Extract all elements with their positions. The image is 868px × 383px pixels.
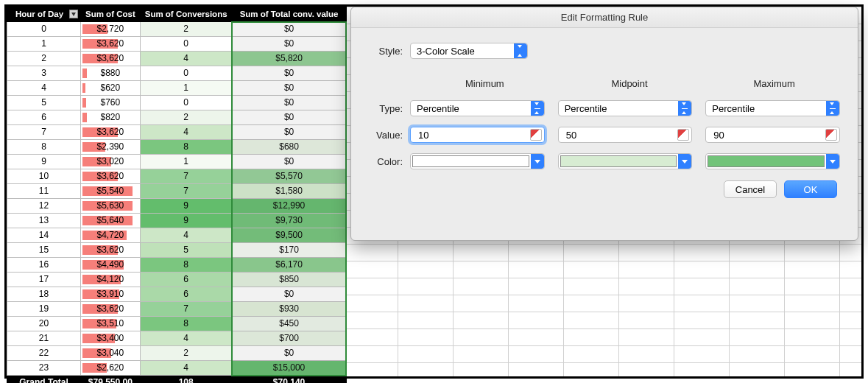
cell-cost[interactable]: $880 <box>81 66 141 81</box>
cell-total-conv-value[interactable]: $930 <box>232 302 346 317</box>
cell-cost[interactable]: $3,620 <box>81 37 141 52</box>
cell-conversions[interactable]: 4 <box>140 331 232 346</box>
cell-conversions[interactable]: 0 <box>140 96 232 110</box>
cell-total-conv-value[interactable]: $0 <box>232 110 346 125</box>
cell-conversions[interactable]: 8 <box>140 140 232 155</box>
cell-total-conv-value[interactable]: $0 <box>232 155 346 169</box>
cell-conversions[interactable]: 9 <box>140 199 232 214</box>
cell-cost[interactable]: $820 <box>81 110 141 125</box>
cell-total-conv-value[interactable]: $450 <box>232 317 346 331</box>
cell-hour[interactable]: 15 <box>7 243 81 258</box>
cell-cost[interactable]: $5,630 <box>81 199 141 214</box>
cell-cost[interactable]: $5,540 <box>81 184 141 199</box>
cell-cost[interactable]: $3,620 <box>81 52 141 66</box>
cell-cost[interactable]: $3,620 <box>81 169 141 184</box>
cell-conversions[interactable]: 6 <box>140 287 232 302</box>
table-row[interactable]: 11$5,5407$1,580 <box>7 184 347 199</box>
range-picker-icon[interactable] <box>530 129 542 141</box>
cell-hour[interactable]: 14 <box>7 228 81 243</box>
cell-hour[interactable]: 18 <box>7 287 81 302</box>
mid-type-select[interactable]: Percentile <box>558 100 693 116</box>
cell-total-conv-value[interactable]: $5,570 <box>232 169 346 184</box>
cell-cost[interactable]: $3,620 <box>81 125 141 140</box>
cell-cost[interactable]: $3,510 <box>81 317 141 331</box>
table-row[interactable]: 0$2,7202$0 <box>7 22 347 37</box>
mid-value-input[interactable] <box>558 127 693 143</box>
cell-hour[interactable]: 3 <box>7 66 81 81</box>
cell-conversions[interactable]: 8 <box>140 317 232 331</box>
table-row[interactable]: 15$3,6205$170 <box>7 243 347 258</box>
cell-conversions[interactable]: 0 <box>140 37 232 52</box>
max-value-input[interactable] <box>705 127 840 143</box>
cell-hour[interactable]: 7 <box>7 125 81 140</box>
cell-conversions[interactable]: 5 <box>140 243 232 258</box>
cell-cost[interactable]: $3,620 <box>81 243 141 258</box>
cell-conversions[interactable]: 9 <box>140 214 232 228</box>
cell-cost[interactable]: $2,720 <box>81 22 141 37</box>
ok-button[interactable]: OK <box>784 180 837 198</box>
table-row[interactable]: 4$6201$0 <box>7 81 347 96</box>
min-type-select[interactable]: Percentile <box>410 100 545 116</box>
cell-conversions[interactable]: 7 <box>140 184 232 199</box>
min-color-select[interactable] <box>410 153 545 169</box>
cell-total-conv-value[interactable]: $0 <box>232 81 346 96</box>
table-row[interactable]: 23$2,6204$15,000 <box>7 361 347 376</box>
cell-conversions[interactable]: 2 <box>140 346 232 361</box>
mid-color-select[interactable] <box>558 153 693 169</box>
table-row[interactable]: 13$5,6409$9,730 <box>7 214 347 228</box>
cell-total-conv-value[interactable]: $0 <box>232 346 346 361</box>
table-row[interactable]: 6$8202$0 <box>7 110 347 125</box>
cell-total-conv-value[interactable]: $700 <box>232 331 346 346</box>
cell-conversions[interactable]: 0 <box>140 66 232 81</box>
table-row[interactable]: 9$3,0201$0 <box>7 155 347 169</box>
cell-hour[interactable]: 4 <box>7 81 81 96</box>
cell-hour[interactable]: 16 <box>7 258 81 273</box>
cell-cost[interactable]: $620 <box>81 81 141 96</box>
table-row[interactable]: 10$3,6207$5,570 <box>7 169 347 184</box>
col-sum-cost[interactable]: Sum of Cost <box>81 7 141 22</box>
cell-hour[interactable]: 19 <box>7 302 81 317</box>
style-select[interactable]: 3-Color Scale <box>410 43 528 59</box>
cell-conversions[interactable]: 4 <box>140 125 232 140</box>
cell-conversions[interactable]: 4 <box>140 228 232 243</box>
max-color-select[interactable] <box>705 153 840 169</box>
pivot-table[interactable]: Hour of Day Sum of Cost Sum of Conversio… <box>7 7 347 383</box>
cell-hour[interactable]: 17 <box>7 273 81 287</box>
col-sum-total-conv-value[interactable]: Sum of Total conv. value <box>232 7 346 22</box>
cell-total-conv-value[interactable]: $850 <box>232 273 346 287</box>
cell-cost[interactable]: $3,620 <box>81 302 141 317</box>
cell-cost[interactable]: $4,120 <box>81 273 141 287</box>
cell-conversions[interactable]: 1 <box>140 155 232 169</box>
table-row[interactable]: 12$5,6309$12,990 <box>7 199 347 214</box>
cell-hour[interactable]: 12 <box>7 199 81 214</box>
cell-conversions[interactable]: 4 <box>140 361 232 376</box>
cell-conversions[interactable]: 4 <box>140 52 232 66</box>
cell-conversions[interactable]: 1 <box>140 81 232 96</box>
cell-conversions[interactable]: 8 <box>140 258 232 273</box>
cell-hour[interactable]: 20 <box>7 317 81 331</box>
table-row[interactable]: 17$4,1206$850 <box>7 273 347 287</box>
filter-dropdown-icon[interactable] <box>69 10 78 18</box>
cell-hour[interactable]: 6 <box>7 110 81 125</box>
cell-cost[interactable]: $3,910 <box>81 287 141 302</box>
cell-total-conv-value[interactable]: $170 <box>232 243 346 258</box>
cell-hour[interactable]: 10 <box>7 169 81 184</box>
cell-conversions[interactable]: 7 <box>140 302 232 317</box>
cell-cost[interactable]: $4,490 <box>81 258 141 273</box>
cell-cost[interactable]: $2,390 <box>81 140 141 155</box>
col-hour-of-day[interactable]: Hour of Day <box>7 7 81 22</box>
table-row[interactable]: 20$3,5108$450 <box>7 317 347 331</box>
table-row[interactable]: 18$3,9106$0 <box>7 287 347 302</box>
table-row[interactable]: 1$3,6200$0 <box>7 37 347 52</box>
table-row[interactable]: 22$3,0402$0 <box>7 346 347 361</box>
cell-hour[interactable]: 13 <box>7 214 81 228</box>
cell-hour[interactable]: 23 <box>7 361 81 376</box>
cell-cost[interactable]: $3,400 <box>81 331 141 346</box>
range-picker-icon[interactable] <box>825 129 837 141</box>
cell-total-conv-value[interactable]: $0 <box>232 22 346 37</box>
cell-total-conv-value[interactable]: $0 <box>232 125 346 140</box>
cell-cost[interactable]: $3,020 <box>81 155 141 169</box>
table-row[interactable]: 3$8800$0 <box>7 66 347 81</box>
mid-value-field[interactable] <box>565 129 676 141</box>
cell-total-conv-value[interactable]: $12,990 <box>232 199 346 214</box>
